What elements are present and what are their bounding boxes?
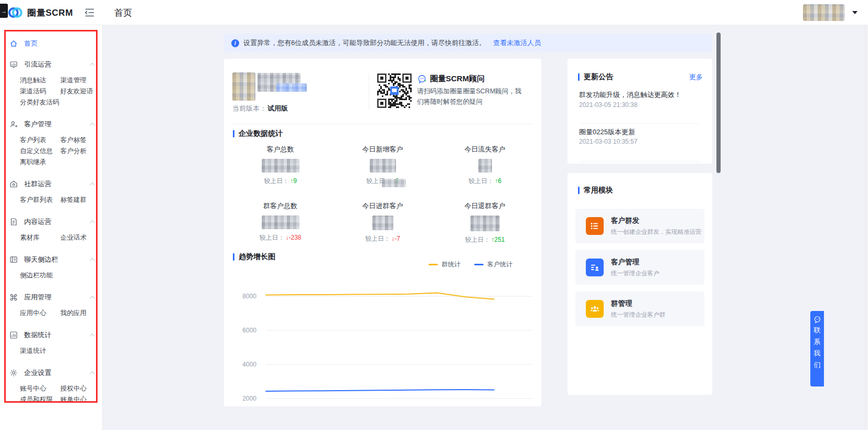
overlay-back-arrow[interactable]: → xyxy=(0,4,8,18)
module-card[interactable]: 客户群发统一创建企业群发，实现精准运营 xyxy=(575,209,704,243)
section-accent-bar xyxy=(578,187,580,194)
customer-list-icon xyxy=(586,259,604,276)
sidebar-item[interactable]: 客户标签 xyxy=(60,135,102,146)
stat-value-blur xyxy=(370,159,396,173)
bulleted-list-icon xyxy=(586,217,604,235)
stat-label: 今日退群客户 xyxy=(434,201,536,211)
sidebar-item[interactable]: 渠道活码 xyxy=(20,86,60,97)
stat-delta: 较上日：↑251 xyxy=(434,235,536,244)
sidebar-item[interactable]: 企业话术 xyxy=(60,232,102,243)
stat-value-blur xyxy=(478,159,492,173)
sidebar-section[interactable]: 企业设置 xyxy=(0,364,102,382)
announcement-time: 2021-03-03 10:35:57 xyxy=(579,138,637,145)
sidebar-item[interactable]: 账单中心 xyxy=(60,394,102,405)
view-unactivated-link[interactable]: 查看未激活人员 xyxy=(493,38,541,48)
sidebar-section[interactable]: 聊天侧边栏 xyxy=(0,251,102,268)
stat-label: 群客户总数 xyxy=(229,201,331,211)
sidebar-section-label: 聊天侧边栏 xyxy=(24,255,85,264)
sidebar-item[interactable]: 消息触达 xyxy=(20,75,60,86)
modules-card: 常用模块 客户群发统一创建企业群发，实现精准运营客户管理统一管理企业客户群管理统… xyxy=(567,173,712,395)
module-card[interactable]: 客户管理统一管理企业客户 xyxy=(575,250,704,285)
qr-code xyxy=(377,73,412,108)
content-scrollbar-thumb[interactable] xyxy=(716,33,721,173)
stat-delta-value: 6 xyxy=(498,177,501,185)
alert-banner: i 设置异常，您有6位成员未激活，可能导致部分功能无法使用，请尽快前往激活。 查… xyxy=(224,34,712,52)
stats-grid: 客户总数较上日：↑9今日新增客户较上日：↑3今日流失客户较上日：↑6群客户总数较… xyxy=(229,145,536,244)
module-text: 客户管理统一管理企业客户 xyxy=(611,257,659,277)
module-card[interactable]: 群管理统一管理企业客户群 xyxy=(575,292,704,326)
module-text: 群管理统一管理企业客户群 xyxy=(611,299,666,319)
sidebar-item[interactable]: 账号中心 xyxy=(20,383,60,394)
sidebar-section-label: 数据统计 xyxy=(24,330,85,340)
user-menu[interactable] xyxy=(803,4,858,21)
sidebar-item[interactable]: 渠道统计 xyxy=(20,346,60,357)
apps-command-icon xyxy=(9,293,18,302)
module-name: 客户群发 xyxy=(611,216,702,225)
sidebar-section[interactable]: 社群运营 xyxy=(0,175,102,193)
stat-value-blur xyxy=(262,159,299,173)
sidebar-section[interactable]: 引流运营 xyxy=(0,56,102,73)
svg-text:2000: 2000 xyxy=(242,395,256,402)
sidebar-item[interactable]: 离职继承 xyxy=(20,157,60,168)
sidebar-section[interactable]: 首页 xyxy=(0,35,102,52)
stat-delta: 较上日：↑9 xyxy=(229,177,331,186)
sidebar-item[interactable]: 成员和权限 xyxy=(20,394,60,405)
home-icon xyxy=(9,39,18,48)
legend-swatch xyxy=(428,264,438,265)
sidebar-collapse-icon[interactable] xyxy=(84,7,95,18)
stat-delta: 较上日：↓-238 xyxy=(229,233,331,242)
announcements-title: 更新公告 xyxy=(578,72,613,82)
sidebar-item[interactable]: 侧边栏功能 xyxy=(20,270,60,281)
sidebar-subitems: 素材库企业话术 xyxy=(0,231,102,248)
app-logo[interactable]: 圈量SCRM xyxy=(7,5,73,20)
group-people-icon xyxy=(586,300,604,318)
more-link[interactable]: 更多 xyxy=(689,72,703,82)
sidebar-item[interactable]: 好友欢迎语 xyxy=(60,86,102,97)
sidebar-item[interactable]: 客户列表 xyxy=(20,135,60,146)
sidebar-subitems: 渠道统计 xyxy=(0,344,102,361)
sidebar-section-label: 内容运营 xyxy=(24,217,85,227)
traffic-screen-icon xyxy=(9,60,18,69)
chevron-up-icon xyxy=(90,295,95,300)
sidebar-item[interactable]: 客户分析 xyxy=(60,146,102,157)
sidebar-item[interactable]: 应用中心 xyxy=(20,308,60,319)
window-scrollbar-track[interactable] xyxy=(865,0,868,430)
chevron-up-icon xyxy=(90,182,95,187)
announcement-time: 2021-03-05 21:30:38 xyxy=(579,101,637,109)
sidebar-section-label: 客户管理 xyxy=(24,120,85,129)
sidebar-item[interactable]: 渠道管理 xyxy=(60,75,102,86)
contact-label-char: 系 xyxy=(814,338,821,345)
customer-person-icon xyxy=(9,120,18,128)
sidebar-item[interactable]: 授权中心 xyxy=(60,383,102,394)
content-doc-icon xyxy=(9,218,18,226)
compare-label: 较上日： xyxy=(468,177,494,185)
sidebar-item[interactable]: 我的应用 xyxy=(60,308,102,319)
overview-card: 当前版本：试用版 圈量SCRM顾问 请扫码添加圈量圈量SCRM顾问，我 们将随时… xyxy=(224,59,541,406)
announcement-title[interactable]: 圈量0225版本更新 xyxy=(579,127,635,137)
sidebar-section-label: 应用管理 xyxy=(24,293,85,302)
stats-title-text: 企业数据统计 xyxy=(239,129,283,138)
version-value: 试用版 xyxy=(267,104,288,112)
sidebar-item[interactable]: 素材库 xyxy=(20,232,60,243)
stat-delta-value: -238 xyxy=(288,234,301,241)
divider xyxy=(579,161,701,162)
chevron-up-icon xyxy=(90,62,95,68)
contact-us-button[interactable]: 联系我们 xyxy=(810,311,824,386)
announcement-title[interactable]: 群发功能升级，消息触达更高效！ xyxy=(579,90,681,100)
sidebar-item[interactable]: 自定义信息 xyxy=(20,146,60,157)
sidebar-section[interactable]: 数据统计 xyxy=(0,326,102,344)
alert-text: 设置异常，您有6位成员未激活，可能导致部分功能无法使用，请尽快前往激活。 xyxy=(243,38,486,48)
section-accent-bar xyxy=(578,73,580,81)
sidebar-section[interactable]: 内容运营 xyxy=(0,213,102,231)
section-accent-bar xyxy=(233,130,234,137)
stat-value-blur xyxy=(372,216,393,230)
advisor-title-row: 圈量SCRM顾问 xyxy=(417,74,485,84)
sidebar-section[interactable]: 客户管理 xyxy=(0,115,102,133)
sidebar-item[interactable]: 客户群列表 xyxy=(20,195,60,206)
sidebar-item[interactable]: 分类好友活码 xyxy=(20,97,60,108)
info-icon: i xyxy=(231,39,239,47)
sidebar-subitems: 客户群列表标签建群 xyxy=(0,193,102,210)
stat-delta: 较上日：↑6 xyxy=(434,177,536,186)
sidebar-item[interactable]: 标签建群 xyxy=(60,195,102,206)
sidebar-section[interactable]: 应用管理 xyxy=(0,288,102,306)
